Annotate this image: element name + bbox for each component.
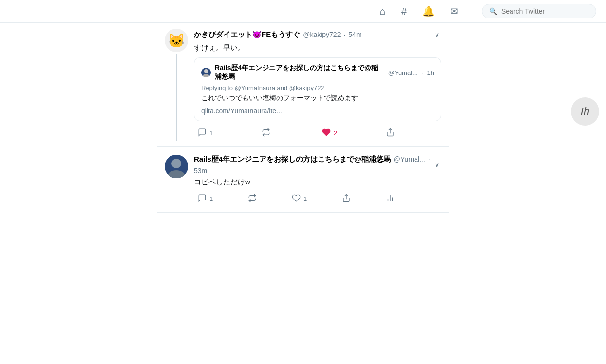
quoted-tweet-header: Rails歴4年エンジニアをお探しの方はこちらまで@稲浦悠馬 @Yumal...… bbox=[201, 64, 434, 81]
tweet-actions: 1 bbox=[194, 192, 398, 206]
retweet-button[interactable] bbox=[258, 126, 277, 141]
reply-icon bbox=[198, 194, 207, 204]
tweet-user-info: かきぴダイエット😈FEもうすぐ @kakipy722 · 54m bbox=[194, 30, 362, 39]
like-count: 2 bbox=[334, 129, 337, 137]
retweet-button[interactable] bbox=[244, 192, 261, 206]
profile-avatar[interactable]: Ih bbox=[571, 97, 599, 126]
reply-button[interactable]: 1 bbox=[194, 126, 217, 141]
reply-button[interactable]: 1 bbox=[194, 192, 217, 206]
like-count: 1 bbox=[303, 195, 307, 202]
like-icon bbox=[322, 128, 331, 139]
quoted-handle[interactable]: @Yumal... bbox=[388, 69, 417, 76]
thread-line-container: 🐱 bbox=[165, 29, 188, 141]
share-icon bbox=[342, 194, 351, 204]
search-input[interactable] bbox=[501, 7, 589, 15]
tweet-display-name: かきぴダイエット😈FEもうすぐ bbox=[194, 30, 300, 39]
search-bar[interactable]: 🔍 bbox=[482, 4, 596, 18]
thread-line-container bbox=[165, 155, 188, 206]
nav-icons: ⌂ # 🔔 ✉ 🔍 bbox=[380, 4, 596, 18]
stats-icon bbox=[386, 194, 395, 204]
tweet-handle[interactable]: @kakipy722 bbox=[303, 31, 341, 38]
tweets-container: 🐱 かきぴダイエット😈FEもうすぐ @kakipy722 · 54m ∨ すげぇ… bbox=[157, 23, 449, 213]
tweet-content: かきぴダイエット😈FEもうすぐ @kakipy722 · 54m ∨ すげぇ。早… bbox=[194, 29, 441, 141]
tweet-time-sep: · bbox=[428, 155, 430, 163]
avatar[interactable]: 🐱 bbox=[165, 29, 188, 52]
quoted-time-sep: · bbox=[421, 69, 423, 76]
quoted-text: これでいつでもいい塩梅のフォーマットで読めます bbox=[201, 93, 434, 103]
quoted-tweet[interactable]: Rails歴4年エンジニアをお探しの方はこちらまで@稲浦悠馬 @Yumal...… bbox=[194, 57, 441, 121]
tweet-header: かきぴダイエット😈FEもうすぐ @kakipy722 · 54m ∨ bbox=[194, 29, 441, 40]
share-button[interactable] bbox=[338, 192, 355, 206]
hashtag-icon[interactable]: # bbox=[401, 6, 407, 17]
stats-button[interactable] bbox=[382, 192, 398, 206]
top-navigation: ⌂ # 🔔 ✉ 🔍 bbox=[0, 0, 606, 23]
like-icon bbox=[292, 194, 301, 204]
retweet-icon bbox=[262, 128, 270, 139]
home-icon[interactable]: ⌂ bbox=[380, 6, 386, 17]
tweet-time: · bbox=[343, 31, 345, 38]
reply-count: 1 bbox=[209, 129, 213, 137]
tweet-more-button[interactable]: ∨ bbox=[433, 159, 441, 170]
quoted-timestamp: 1h bbox=[427, 69, 434, 76]
tweet-display-name: Rails歴4年エンジニアをお探しの方はこちらまで@稲浦悠馬 bbox=[194, 155, 391, 164]
tweet-header: Rails歴4年エンジニアをお探しの方はこちらまで@稲浦悠馬 @Yumal...… bbox=[194, 155, 441, 175]
search-icon: 🔍 bbox=[489, 7, 497, 15]
tweet-row: 🐱 かきぴダイエット😈FEもうすぐ @kakipy722 · 54m ∨ すげぇ… bbox=[157, 23, 449, 147]
reply-count: 1 bbox=[209, 195, 213, 202]
tweet-timestamp: 54m bbox=[348, 31, 361, 38]
share-button[interactable] bbox=[382, 126, 398, 141]
like-button[interactable]: 2 bbox=[318, 126, 341, 141]
tweet-user-info: Rails歴4年エンジニアをお探しの方はこちらまで@稲浦悠馬 @Yumal...… bbox=[194, 155, 433, 175]
retweet-icon bbox=[248, 194, 257, 204]
message-icon[interactable]: ✉ bbox=[450, 5, 458, 17]
avatar[interactable] bbox=[165, 155, 188, 178]
thread-line bbox=[176, 54, 177, 141]
quoted-display-name: Rails歴4年エンジニアをお探しの方はこちらまで@稲浦悠馬 bbox=[215, 64, 384, 81]
notification-icon[interactable]: 🔔 bbox=[422, 5, 435, 17]
reply-icon bbox=[198, 128, 207, 139]
like-button[interactable]: 1 bbox=[288, 192, 311, 206]
quoted-avatar bbox=[201, 68, 211, 77]
tweet-handle[interactable]: @Yumal... bbox=[394, 155, 425, 163]
tweet-content: Rails歴4年エンジニアをお探しの方はこちらまで@稲浦悠馬 @Yumal...… bbox=[194, 155, 441, 206]
quoted-replying-to: Replying to @YumaInaura and @kakipy722 bbox=[201, 84, 434, 91]
tweet-timestamp: 53m bbox=[194, 167, 207, 175]
tweet-text: コピペしただけw bbox=[194, 177, 441, 187]
svg-point-1 bbox=[204, 69, 208, 73]
tweet-text: すげぇ。早い。 bbox=[194, 42, 441, 53]
tweet-row: Rails歴4年エンジニアをお探しの方はこちらまで@稲浦悠馬 @Yumal...… bbox=[157, 147, 449, 213]
share-icon bbox=[386, 128, 395, 139]
quoted-link[interactable]: qiita.com/YumaInaura/ite... bbox=[201, 107, 434, 115]
tweet-more-button[interactable]: ∨ bbox=[433, 29, 441, 40]
tweet-actions: 1 bbox=[194, 126, 398, 141]
svg-point-5 bbox=[171, 159, 181, 168]
